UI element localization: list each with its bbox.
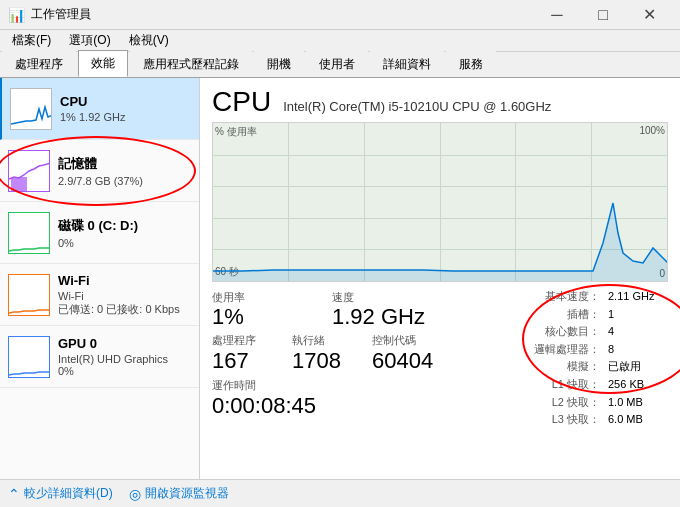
processes-block: 處理程序 167: [212, 333, 292, 374]
spec-val-l3: 6.0 MB: [608, 411, 668, 429]
spec-key-l3: L3 快取：: [530, 411, 600, 429]
wifi-info: Wi-Fi Wi-Fi 已傳送: 0 已接收: 0 Kbps: [58, 273, 191, 317]
titlebar: 📊 工作管理員 ─ □ ✕: [0, 0, 680, 30]
spec-row-cores: 核心數目： 4: [530, 323, 668, 341]
disk-subtitle: 0%: [58, 237, 191, 249]
tab-app-history[interactable]: 應用程式歷程記錄: [130, 51, 252, 77]
spec-row-l1: L1 快取： 256 KB: [530, 376, 668, 394]
utilization-label: 使用率: [212, 290, 332, 305]
open-monitor-link[interactable]: ◎ 開啟資源監視器: [129, 485, 229, 502]
sidebar-item-disk[interactable]: 磁碟 0 (C: D:) 0%: [0, 202, 199, 264]
tab-users[interactable]: 使用者: [306, 51, 368, 77]
bottombar: ⌃ 較少詳細資料(D) ◎ 開啟資源監視器: [0, 479, 680, 507]
spec-key-l1: L1 快取：: [530, 376, 600, 394]
spec-val-virt: 已啟用: [608, 358, 668, 376]
panel-subtitle: Intel(R) Core(TM) i5-10210U CPU @ 1.60GH…: [283, 99, 551, 114]
app-title: 工作管理員: [31, 6, 91, 23]
minimize-button[interactable]: ─: [534, 0, 580, 30]
spec-key-socket: 插槽：: [530, 306, 600, 324]
disk-thumb: [8, 212, 50, 254]
window-controls: ─ □ ✕: [534, 0, 672, 30]
processes-label: 處理程序: [212, 333, 292, 348]
chevron-up-icon: ⌃: [8, 486, 20, 502]
wifi-title: Wi-Fi: [58, 273, 191, 288]
main-content: CPU 1% 1.92 GHz 記憶體 2.9/7.8 GB (37%): [0, 78, 680, 479]
sidebar-item-gpu[interactable]: GPU 0 Intel(R) UHD Graphics 0%: [0, 326, 199, 388]
spec-val-l2: 1.0 MB: [608, 394, 668, 412]
tab-services[interactable]: 服務: [446, 51, 496, 77]
spec-row-base-speed: 基本速度： 2.11 GHz: [530, 288, 668, 306]
utilization-block: 使用率 1%: [212, 290, 332, 329]
menubar: 檔案(F) 選項(O) 檢視(V): [0, 30, 680, 52]
spec-val-socket: 1: [608, 306, 668, 324]
speed-value: 1.92 GHz: [332, 305, 472, 329]
tab-processes[interactable]: 處理程序: [2, 51, 76, 77]
memory-subtitle: 2.9/7.8 GB (37%): [58, 175, 191, 187]
wifi-value: 已傳送: 0 已接收: 0 Kbps: [58, 302, 191, 317]
spec-val-l1: 256 KB: [608, 376, 668, 394]
spec-val-base-speed: 2.11 GHz: [608, 288, 668, 306]
disk-info: 磁碟 0 (C: D:) 0%: [58, 217, 191, 249]
spec-key-base-speed: 基本速度：: [530, 288, 600, 306]
memory-title: 記憶體: [58, 155, 191, 173]
maximize-button[interactable]: □: [580, 0, 626, 30]
menu-options[interactable]: 選項(O): [61, 30, 118, 51]
svg-rect-0: [11, 177, 27, 191]
spec-val-cores: 4: [608, 323, 668, 341]
cpu-subtitle: 1% 1.92 GHz: [60, 111, 191, 123]
memory-info: 記憶體 2.9/7.8 GB (37%): [58, 155, 191, 187]
threads-label: 執行緒: [292, 333, 372, 348]
tab-startup[interactable]: 開機: [254, 51, 304, 77]
less-detail-label: 較少詳細資料(D): [24, 485, 113, 502]
sidebar: CPU 1% 1.92 GHz 記憶體 2.9/7.8 GB (37%): [0, 78, 200, 479]
sidebar-item-wifi[interactable]: Wi-Fi Wi-Fi 已傳送: 0 已接收: 0 Kbps: [0, 264, 199, 326]
cpu-panel: CPU Intel(R) Core(TM) i5-10210U CPU @ 1.…: [200, 78, 680, 479]
gpu-subtitle: Intel(R) UHD Graphics: [58, 353, 191, 365]
cpu-info: CPU 1% 1.92 GHz: [60, 94, 191, 123]
gpu-thumb: [8, 336, 50, 378]
spec-val-logical: 8: [608, 341, 668, 359]
speed-block: 速度 1.92 GHz: [332, 290, 472, 329]
sidebar-item-memory[interactable]: 記憶體 2.9/7.8 GB (37%): [0, 140, 199, 202]
spec-key-logical: 邏輯處理器：: [530, 341, 600, 359]
spec-row-l2: L2 快取： 1.0 MB: [530, 394, 668, 412]
memory-thumb: [8, 150, 50, 192]
tab-details[interactable]: 詳細資料: [370, 51, 444, 77]
threads-block: 執行緒 1708: [292, 333, 372, 374]
threads-value: 1708: [292, 348, 372, 374]
spec-row-virt: 模擬： 已啟用: [530, 358, 668, 376]
cpu-chart: % 使用率 100% 60 秒 0: [212, 122, 668, 282]
menu-view[interactable]: 檢視(V): [121, 30, 177, 51]
spec-row-l3: L3 快取： 6.0 MB: [530, 411, 668, 429]
gpu-title: GPU 0: [58, 336, 191, 351]
menu-file[interactable]: 檔案(F): [4, 30, 59, 51]
spec-key-virt: 模擬：: [530, 358, 600, 376]
gpu-info: GPU 0 Intel(R) UHD Graphics 0%: [58, 336, 191, 377]
open-monitor-label: 開啟資源監視器: [145, 485, 229, 502]
handles-value: 60404: [372, 348, 452, 374]
panel-title: CPU: [212, 86, 271, 118]
cpu-specs-table: 基本速度： 2.11 GHz 插槽： 1 核心數目： 4 邏輯處理器： 8 模擬…: [530, 288, 668, 471]
utilization-value: 1%: [212, 305, 244, 329]
handles-label: 控制代碼: [372, 333, 452, 348]
titlebar-left: 📊 工作管理員: [8, 6, 91, 23]
panel-header: CPU Intel(R) Core(TM) i5-10210U CPU @ 1.…: [212, 86, 668, 118]
gpu-value: 0%: [58, 365, 191, 377]
cpu-thumb: [10, 88, 52, 130]
spec-key-cores: 核心數目：: [530, 323, 600, 341]
wifi-subtitle: Wi-Fi: [58, 290, 191, 302]
close-button[interactable]: ✕: [626, 0, 672, 30]
chart-svg: [213, 123, 667, 281]
less-detail-link[interactable]: ⌃ 較少詳細資料(D): [8, 485, 113, 502]
disk-title: 磁碟 0 (C: D:): [58, 217, 191, 235]
tab-performance[interactable]: 效能: [78, 50, 128, 77]
wifi-thumb: [8, 274, 50, 316]
spec-row-socket: 插槽： 1: [530, 306, 668, 324]
app-icon: 📊: [8, 7, 25, 23]
tabbar: 處理程序 效能 應用程式歷程記錄 開機 使用者 詳細資料 服務: [0, 52, 680, 78]
sidebar-item-cpu[interactable]: CPU 1% 1.92 GHz: [0, 78, 199, 140]
cpu-title: CPU: [60, 94, 191, 109]
monitor-icon: ◎: [129, 486, 141, 502]
speed-label: 速度: [332, 290, 472, 305]
spec-row-logical: 邏輯處理器： 8: [530, 341, 668, 359]
